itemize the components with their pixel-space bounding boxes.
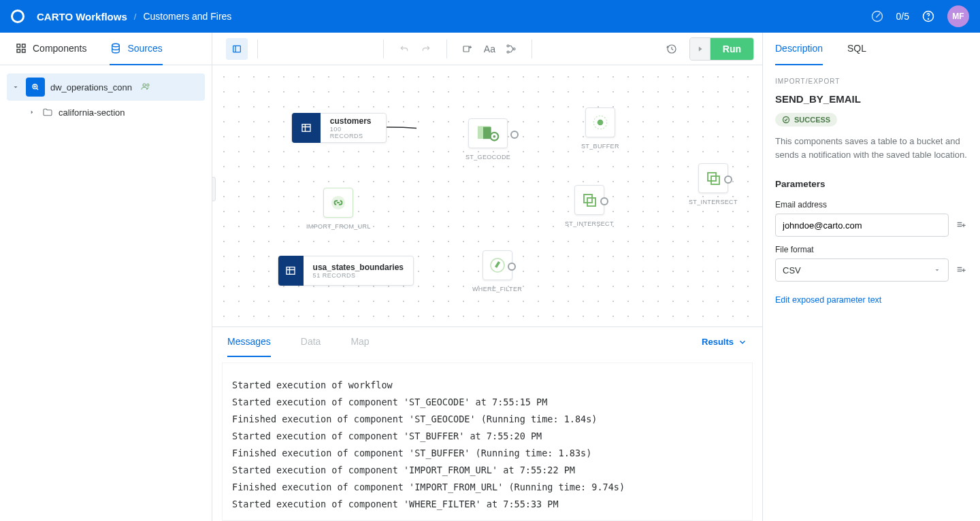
- node-port[interactable]: [510, 131, 519, 139]
- app-header: CARTO Workflows / Customers and Fires 0/…: [0, 0, 980, 33]
- buffer-icon: [585, 107, 615, 137]
- format-label: File format: [775, 245, 968, 254]
- svg-rect-6: [22, 49, 26, 52]
- database-icon: [110, 42, 122, 54]
- svg-point-13: [507, 45, 509, 47]
- run-step-button[interactable]: [690, 38, 710, 60]
- log-line: Started execution of component 'WHERE_FI…: [232, 496, 742, 513]
- svg-rect-17: [302, 124, 310, 132]
- log-output[interactable]: Started execution of workflow Started ex…: [222, 363, 753, 521]
- folder-icon: [42, 107, 53, 118]
- parameters-heading: Parameters: [775, 179, 968, 189]
- text-button[interactable]: Aa: [478, 38, 500, 60]
- avatar[interactable]: MF: [947, 5, 969, 27]
- app-logo[interactable]: [11, 10, 24, 23]
- compass-icon[interactable]: [870, 10, 884, 23]
- node-st-geocode[interactable]: ST_GEOCODE: [466, 118, 510, 161]
- panel-toggle-button[interactable]: [226, 38, 248, 60]
- source-node-customers[interactable]: customers 100 RECORDS: [291, 113, 387, 143]
- panel-resize-handle[interactable]: [212, 177, 216, 201]
- component-description: This components saves a table to a bucke…: [775, 135, 968, 161]
- tab-messages[interactable]: Messages: [227, 327, 271, 357]
- workflow-canvas[interactable]: customers 100 RECORDS usa_states_boundar…: [212, 65, 762, 326]
- users-icon: [140, 81, 152, 93]
- tab-description[interactable]: Description: [775, 33, 823, 65]
- connection-label: dw_operations_conn: [50, 82, 132, 93]
- tab-data[interactable]: Data: [301, 327, 321, 357]
- chevron-right-icon[interactable]: [27, 107, 37, 117]
- svg-rect-27: [587, 198, 595, 206]
- history-button[interactable]: [661, 38, 683, 60]
- tab-components[interactable]: Components: [15, 33, 86, 65]
- format-select[interactable]: CSV: [775, 258, 949, 282]
- edit-exposed-params-link[interactable]: Edit exposed parameter text: [775, 295, 968, 305]
- component-title: SEND_BY_EMAIL: [775, 93, 968, 105]
- log-line: Finished execution of component 'ST_BUFF…: [232, 445, 742, 462]
- check-icon: [782, 116, 790, 124]
- source-node-states[interactable]: usa_states_boundaries 51 RECORDS: [278, 256, 414, 286]
- run-button[interactable]: Run: [710, 38, 753, 60]
- run-control: Run: [689, 37, 754, 61]
- results-dropdown[interactable]: Results: [702, 337, 747, 347]
- geocode-icon: [468, 118, 508, 148]
- undo-button[interactable]: [393, 38, 415, 60]
- graph-button[interactable]: [500, 38, 522, 60]
- svg-point-22: [493, 135, 496, 138]
- details-panel: Description SQL IMPORT/EXPORT SEND_BY_EM…: [762, 33, 980, 521]
- svg-point-9: [143, 84, 146, 86]
- log-line: Started execution of component 'ST_GEOCO…: [232, 394, 742, 411]
- breadcrumb-sep: /: [134, 12, 137, 22]
- svg-point-25: [598, 120, 604, 126]
- expose-param-icon[interactable]: [956, 264, 968, 276]
- chevron-down-icon[interactable]: [11, 82, 20, 92]
- svg-point-2: [928, 18, 929, 19]
- output-panel: Messages Data Map Results Started execut…: [212, 326, 762, 521]
- help-icon[interactable]: [921, 10, 935, 23]
- grid-icon: [15, 42, 27, 54]
- node-st-buffer[interactable]: ST_BUFFER: [581, 107, 619, 150]
- node-import-url[interactable]: IMPORT_FROM_URL: [306, 188, 371, 230]
- svg-rect-29: [708, 173, 716, 181]
- node-st-intersect-1[interactable]: ST_INTERSECT: [565, 185, 614, 227]
- node-port[interactable]: [600, 197, 608, 205]
- node-where-filter[interactable]: WHERE_FILTER: [472, 250, 522, 292]
- log-line: Started execution of component 'IMPORT_F…: [232, 462, 742, 479]
- canvas-toolbar: Aa Run: [212, 33, 762, 65]
- query-icon: [26, 78, 45, 97]
- email-field[interactable]: [775, 214, 949, 237]
- status-badge: SUCCESS: [775, 113, 837, 127]
- svg-point-10: [147, 84, 149, 86]
- tab-sources[interactable]: Sources: [110, 33, 162, 65]
- left-sidebar: Components Sources dw_ope: [0, 33, 212, 521]
- link-icon: [323, 188, 353, 218]
- connection-row[interactable]: dw_operations_conn: [7, 73, 205, 101]
- log-line: Started execution of workflow: [232, 377, 742, 394]
- product-name: CARTO Workflows: [37, 11, 127, 22]
- folder-label: california-section: [59, 107, 125, 118]
- add-component-button[interactable]: [457, 38, 478, 60]
- svg-point-7: [112, 44, 120, 47]
- node-port[interactable]: [724, 175, 732, 184]
- svg-rect-5: [17, 49, 20, 52]
- table-icon: [278, 256, 304, 286]
- log-line: Finished execution of component 'ST_GEOC…: [232, 411, 742, 428]
- workflow-name[interactable]: Customers and Fires: [143, 11, 231, 22]
- chevron-down-icon: [933, 266, 941, 274]
- node-port[interactable]: [508, 263, 516, 271]
- credits-count[interactable]: 0/5: [896, 11, 909, 22]
- chevron-down-icon: [738, 337, 747, 347]
- tab-sql[interactable]: SQL: [847, 33, 866, 65]
- log-line: Started execution of component 'ST_BUFFE…: [232, 428, 742, 445]
- svg-rect-3: [17, 44, 20, 48]
- svg-rect-18: [287, 267, 295, 275]
- redo-button[interactable]: [415, 38, 437, 60]
- svg-point-15: [513, 48, 515, 50]
- svg-rect-11: [233, 46, 241, 52]
- folder-row[interactable]: california-section: [7, 101, 205, 124]
- node-st-intersect-2[interactable]: ST_INTERSECT: [689, 163, 738, 205]
- component-category: IMPORT/EXPORT: [775, 78, 968, 85]
- tab-map[interactable]: Map: [350, 327, 369, 357]
- log-line: Finished execution of component 'IMPORT_…: [232, 479, 742, 496]
- expose-param-icon[interactable]: [956, 219, 968, 231]
- svg-rect-12: [463, 46, 469, 52]
